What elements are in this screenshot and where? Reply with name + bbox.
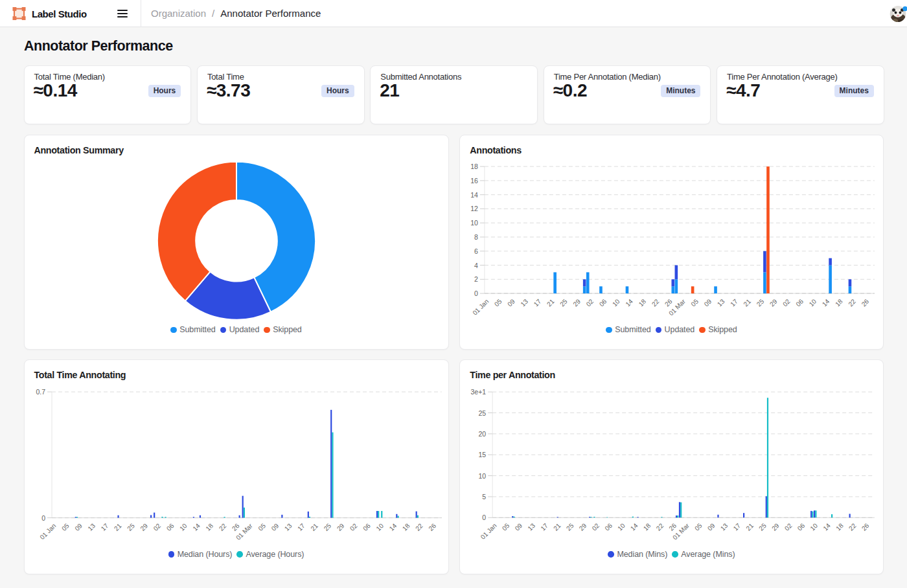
svg-text:3e+1: 3e+1 xyxy=(471,388,487,396)
svg-text:10: 10 xyxy=(178,522,189,532)
svg-text:22: 22 xyxy=(217,522,227,532)
svg-text:22: 22 xyxy=(847,522,858,532)
svg-text:09: 09 xyxy=(706,522,717,532)
svg-text:25: 25 xyxy=(126,522,136,532)
svg-text:18: 18 xyxy=(204,522,214,532)
svg-text:25: 25 xyxy=(757,522,768,532)
svg-text:16: 16 xyxy=(471,177,479,185)
svg-text:09: 09 xyxy=(703,298,713,308)
svg-text:02: 02 xyxy=(152,522,162,532)
svg-text:29: 29 xyxy=(139,522,149,532)
svg-text:25: 25 xyxy=(558,298,569,308)
svg-text:18: 18 xyxy=(471,163,479,170)
svg-text:29: 29 xyxy=(578,522,588,532)
svg-text:02: 02 xyxy=(348,522,358,532)
svg-text:17: 17 xyxy=(99,522,109,532)
svg-text:18: 18 xyxy=(834,298,844,308)
svg-text:25: 25 xyxy=(322,522,332,532)
svg-text:02: 02 xyxy=(783,522,794,532)
svg-text:13: 13 xyxy=(520,298,530,308)
svg-text:05: 05 xyxy=(501,522,511,532)
svg-text:29: 29 xyxy=(768,298,779,308)
svg-text:05: 05 xyxy=(257,522,267,532)
svg-text:25: 25 xyxy=(755,298,766,308)
svg-text:21: 21 xyxy=(545,298,556,308)
svg-text:05: 05 xyxy=(690,298,700,308)
svg-text:0: 0 xyxy=(483,514,487,521)
svg-text:17: 17 xyxy=(729,298,739,308)
svg-text:21: 21 xyxy=(745,522,755,532)
svg-text:10: 10 xyxy=(809,522,820,532)
svg-text:02: 02 xyxy=(781,298,792,308)
svg-text:05: 05 xyxy=(693,522,704,532)
svg-text:01 Jan: 01 Jan xyxy=(472,298,490,317)
svg-text:21: 21 xyxy=(112,522,122,532)
svg-text:18: 18 xyxy=(642,522,652,532)
svg-text:22: 22 xyxy=(650,298,661,308)
svg-text:02: 02 xyxy=(585,298,595,308)
svg-text:12: 12 xyxy=(471,205,479,213)
svg-text:18: 18 xyxy=(637,298,648,308)
svg-text:26: 26 xyxy=(427,522,437,532)
svg-text:26: 26 xyxy=(860,298,871,308)
svg-text:09: 09 xyxy=(73,522,84,532)
svg-text:25: 25 xyxy=(565,522,575,532)
svg-text:18: 18 xyxy=(834,522,845,532)
svg-text:14: 14 xyxy=(471,191,479,199)
svg-text:13: 13 xyxy=(86,522,97,532)
svg-text:15: 15 xyxy=(479,451,487,458)
svg-text:18: 18 xyxy=(400,522,411,532)
svg-text:5: 5 xyxy=(483,493,487,501)
svg-text:29: 29 xyxy=(572,298,582,308)
svg-text:13: 13 xyxy=(716,298,726,308)
svg-text:05: 05 xyxy=(493,298,503,308)
svg-text:14: 14 xyxy=(629,522,639,532)
svg-text:01 Jan: 01 Jan xyxy=(479,522,498,541)
svg-text:09: 09 xyxy=(270,522,280,532)
svg-text:13: 13 xyxy=(282,522,293,532)
svg-text:13: 13 xyxy=(719,522,729,532)
svg-text:14: 14 xyxy=(387,522,398,532)
svg-text:25: 25 xyxy=(479,409,487,417)
svg-text:06: 06 xyxy=(362,522,372,532)
svg-text:26: 26 xyxy=(860,522,871,532)
svg-text:10: 10 xyxy=(808,298,818,308)
svg-text:06: 06 xyxy=(795,298,805,308)
svg-text:06: 06 xyxy=(796,522,807,532)
svg-text:09: 09 xyxy=(506,298,516,308)
svg-text:14: 14 xyxy=(821,298,831,308)
svg-text:8: 8 xyxy=(474,233,478,241)
svg-text:6: 6 xyxy=(474,247,478,255)
svg-text:0: 0 xyxy=(41,514,45,522)
svg-text:10: 10 xyxy=(479,472,487,480)
svg-text:29: 29 xyxy=(335,522,345,532)
svg-text:21: 21 xyxy=(552,522,562,532)
svg-text:02: 02 xyxy=(591,522,601,532)
svg-text:17: 17 xyxy=(533,298,543,308)
svg-text:09: 09 xyxy=(514,522,524,532)
svg-text:0.7: 0.7 xyxy=(36,388,45,396)
svg-text:21: 21 xyxy=(742,298,753,308)
svg-text:10: 10 xyxy=(374,522,385,532)
svg-text:01 Jan: 01 Jan xyxy=(38,522,57,541)
svg-text:13: 13 xyxy=(527,522,537,532)
svg-text:17: 17 xyxy=(732,522,742,532)
svg-text:29: 29 xyxy=(770,522,781,532)
svg-text:0: 0 xyxy=(474,289,478,297)
svg-text:06: 06 xyxy=(598,298,608,308)
svg-text:4: 4 xyxy=(474,262,478,269)
svg-text:17: 17 xyxy=(540,522,550,532)
svg-text:2: 2 xyxy=(474,276,478,284)
svg-text:14: 14 xyxy=(822,522,832,532)
svg-text:22: 22 xyxy=(847,298,858,308)
svg-text:06: 06 xyxy=(165,522,175,532)
svg-text:05: 05 xyxy=(60,522,71,532)
svg-text:17: 17 xyxy=(296,522,306,532)
svg-text:21: 21 xyxy=(309,522,319,532)
svg-text:10: 10 xyxy=(616,522,626,532)
svg-text:14: 14 xyxy=(625,298,635,308)
svg-text:14: 14 xyxy=(191,522,201,532)
svg-text:22: 22 xyxy=(414,522,424,532)
svg-text:22: 22 xyxy=(655,522,665,532)
svg-text:06: 06 xyxy=(604,522,614,532)
